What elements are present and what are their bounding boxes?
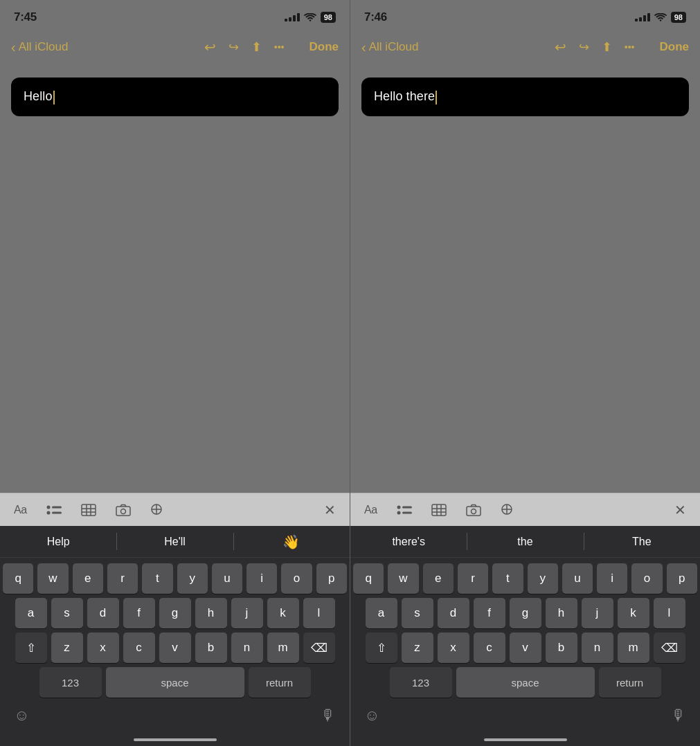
key-n-right[interactable]: n — [582, 633, 613, 663]
key-q-left[interactable]: q — [3, 563, 33, 594]
redo-icon-left[interactable]: ↪ — [228, 39, 239, 55]
space-key-left[interactable]: space — [106, 667, 244, 698]
key-v-right[interactable]: v — [510, 633, 541, 663]
key-t-right[interactable]: t — [492, 563, 523, 594]
key-r-right[interactable]: r — [458, 563, 488, 594]
camera-icon-left[interactable] — [116, 504, 131, 516]
key-j-left[interactable]: j — [231, 598, 263, 628]
more-icon-right[interactable]: ••• — [625, 42, 635, 53]
back-button-left[interactable]: ‹ All iCloud — [11, 39, 68, 55]
key-p-left[interactable]: p — [316, 563, 347, 594]
suggestion-1-left[interactable]: Help — [0, 526, 116, 557]
key-n-left[interactable]: n — [231, 633, 263, 663]
key-o-left[interactable]: o — [281, 563, 312, 594]
note-text-box-left[interactable]: Hello — [11, 78, 339, 116]
key-h-left[interactable]: h — [195, 598, 227, 628]
back-button-right[interactable]: ‹ All iCloud — [361, 39, 418, 55]
location-icon-left[interactable] — [150, 503, 163, 517]
table-icon-left[interactable] — [81, 504, 96, 516]
num-key-right[interactable]: 123 — [390, 667, 452, 698]
key-x-left[interactable]: x — [87, 633, 119, 663]
num-key-left[interactable]: 123 — [39, 667, 102, 698]
key-w-right[interactable]: w — [388, 563, 418, 594]
key-u-left[interactable]: u — [212, 563, 242, 594]
key-s-right[interactable]: s — [402, 598, 433, 628]
shift-key-left[interactable]: ⇧ — [15, 633, 47, 663]
more-icon-left[interactable]: ••• — [274, 42, 285, 53]
key-u-right[interactable]: u — [562, 563, 593, 594]
key-c-right[interactable]: c — [474, 633, 505, 663]
emoji-button-left[interactable]: ☺ — [14, 707, 29, 725]
camera-icon-right[interactable] — [466, 504, 481, 516]
share-icon-right[interactable]: ⬆ — [602, 39, 612, 55]
key-r-left[interactable]: r — [107, 563, 138, 594]
shift-key-right[interactable]: ⇧ — [366, 633, 397, 663]
done-button-right[interactable]: Done — [660, 40, 690, 54]
suggestion-3-right[interactable]: The — [584, 526, 700, 557]
key-k-left[interactable]: k — [267, 598, 299, 628]
key-l-right[interactable]: l — [654, 598, 685, 628]
key-i-left[interactable]: i — [246, 563, 277, 594]
key-s-left[interactable]: s — [51, 598, 83, 628]
key-i-right[interactable]: i — [597, 563, 627, 594]
key-p-right[interactable]: p — [667, 563, 697, 594]
redo-icon-right[interactable]: ↪ — [579, 39, 589, 55]
mic-button-left[interactable]: 🎙 — [321, 707, 336, 725]
return-key-right[interactable]: return — [599, 667, 661, 698]
key-z-left[interactable]: z — [51, 633, 83, 663]
close-keyboard-right[interactable]: ✕ — [674, 502, 686, 518]
format-aa-right[interactable]: Aa — [364, 504, 377, 516]
key-q-right[interactable]: q — [353, 563, 384, 594]
suggestion-1-right[interactable]: there's — [350, 526, 467, 557]
key-y-left[interactable]: y — [177, 563, 208, 594]
format-aa-left[interactable]: Aa — [14, 504, 27, 516]
share-icon-left[interactable]: ⬆ — [251, 39, 262, 55]
location-icon-right[interactable] — [501, 503, 513, 517]
return-key-left[interactable]: return — [249, 667, 311, 698]
mic-button-right[interactable]: 🎙 — [671, 707, 686, 725]
key-l-left[interactable]: l — [303, 598, 335, 628]
undo-icon-right[interactable]: ↩ — [555, 39, 566, 55]
backspace-key-left[interactable]: ⌫ — [303, 633, 335, 663]
key-k-right[interactable]: k — [618, 598, 649, 628]
backspace-key-right[interactable]: ⌫ — [654, 633, 685, 663]
key-x-right[interactable]: x — [438, 633, 469, 663]
key-y-right[interactable]: y — [528, 563, 558, 594]
undo-icon-left[interactable]: ↩ — [204, 39, 216, 55]
list-icon-left[interactable] — [46, 504, 62, 516]
list-icon-right[interactable] — [397, 504, 412, 516]
close-keyboard-left[interactable]: ✕ — [324, 502, 336, 518]
key-v-left[interactable]: v — [159, 633, 191, 663]
space-key-right[interactable]: space — [456, 667, 595, 698]
key-d-left[interactable]: d — [87, 598, 119, 628]
key-a-right[interactable]: a — [366, 598, 397, 628]
key-e-left[interactable]: e — [73, 563, 103, 594]
key-g-left[interactable]: g — [159, 598, 191, 628]
note-text-box-right[interactable]: Hello there — [361, 78, 689, 116]
key-b-left[interactable]: b — [195, 633, 227, 663]
key-j-right[interactable]: j — [582, 598, 613, 628]
key-f-left[interactable]: f — [123, 598, 155, 628]
suggestion-2-left[interactable]: He'll — [116, 526, 233, 557]
suggestion-3-left[interactable]: 👋 — [233, 526, 350, 557]
key-m-right[interactable]: m — [618, 633, 649, 663]
key-c-left[interactable]: c — [123, 633, 155, 663]
key-t-left[interactable]: t — [142, 563, 172, 594]
key-d-right[interactable]: d — [438, 598, 469, 628]
key-f-right[interactable]: f — [474, 598, 505, 628]
suggestion-2-right[interactable]: the — [467, 526, 583, 557]
key-a-left[interactable]: a — [15, 598, 47, 628]
emoji-button-right[interactable]: ☺ — [364, 707, 379, 725]
done-button-left[interactable]: Done — [309, 40, 339, 54]
key-e-right[interactable]: e — [423, 563, 454, 594]
table-icon-right[interactable] — [431, 504, 447, 516]
note-text-left: Hello — [24, 89, 55, 104]
key-o-right[interactable]: o — [631, 563, 662, 594]
key-b-right[interactable]: b — [546, 633, 577, 663]
key-g-right[interactable]: g — [510, 598, 541, 628]
key-h-right[interactable]: h — [546, 598, 577, 628]
nav-icons-right: ↩ ↪ ⬆ ••• Done — [555, 39, 689, 55]
key-z-right[interactable]: z — [402, 633, 433, 663]
key-w-left[interactable]: w — [37, 563, 68, 594]
key-m-left[interactable]: m — [267, 633, 299, 663]
